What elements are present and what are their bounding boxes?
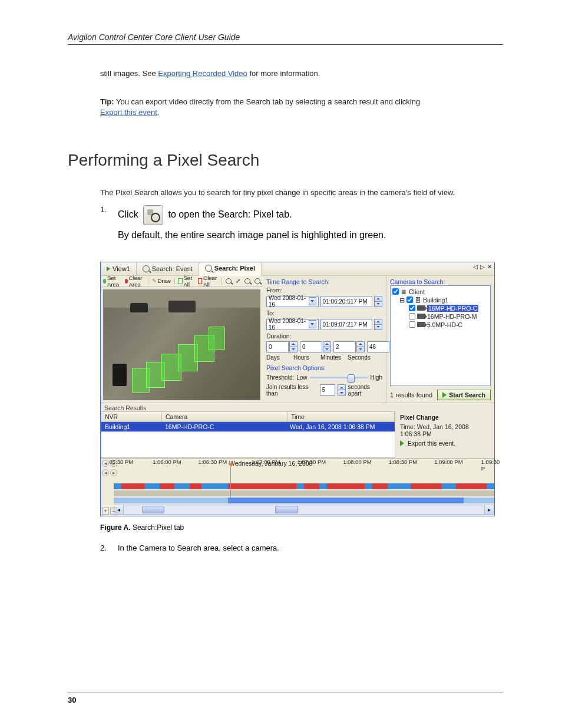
to-time-spinner[interactable] (374, 319, 382, 330)
magnifier-icon (143, 265, 150, 272)
tabnav-left[interactable]: ◁ (473, 263, 478, 270)
timeline-playhead[interactable] (230, 467, 231, 504)
minutes-spinner[interactable] (356, 341, 365, 353)
tabnav-right[interactable]: ▷ (480, 263, 485, 270)
caption-rest: Search:Pixel tab (131, 523, 184, 532)
threshold-high: High (370, 374, 382, 381)
magnifier-icon (226, 278, 232, 284)
tool-zoom-in[interactable] (243, 278, 252, 284)
col-time[interactable]: Time (287, 412, 395, 421)
camera-preview[interactable] (103, 289, 260, 400)
hours-input[interactable]: 0 (300, 341, 322, 353)
magnifier-icon (205, 265, 212, 272)
play-icon (107, 266, 110, 271)
join-suffix: seconds apart (348, 384, 382, 397)
tool-zoom-fit[interactable]: ⤢ (234, 278, 242, 284)
tab-search-event[interactable]: Search: Event (137, 262, 199, 275)
tick-label: 1:06:30 PM (199, 459, 227, 465)
tree-building[interactable]: Building1 (423, 297, 448, 304)
step1-number: 1. (100, 205, 118, 214)
tool-zoom-out[interactable] (253, 278, 262, 284)
tl-btn[interactable]: ◂ (102, 469, 109, 476)
join-value-input[interactable]: 5 (320, 384, 336, 396)
link-export-this-event[interactable]: Export this event (100, 108, 157, 117)
tip-suffix: . (157, 108, 160, 117)
slider-thumb[interactable] (348, 374, 355, 383)
start-search-label: Start Search (449, 391, 485, 398)
days-input[interactable]: 0 (266, 341, 289, 353)
tool-clear-area[interactable]: Clear Area (124, 275, 146, 288)
tab-search-event-label: Search: Event (152, 265, 193, 272)
minutes-input[interactable]: 2 (333, 341, 356, 353)
col-nvr[interactable]: NVR (101, 412, 162, 421)
tick-label: 05:30 PM (110, 459, 134, 465)
car-icon (113, 364, 127, 386)
step1-content: Click to open the Search: Pixel tab. By … (118, 205, 386, 241)
detail-time: Time: Wed, Jan 16, 2008 1:06:38 PM (400, 423, 490, 437)
cb-client[interactable] (392, 288, 399, 295)
table-row[interactable]: Building1 16MP-HD-PRO-C Wed, Jan 16, 200… (101, 422, 395, 431)
tree-cam1[interactable]: 16MP-HD-PRO-C (427, 305, 478, 312)
tabnav-close[interactable]: ✕ (487, 263, 492, 270)
set-area-label: Set Area (107, 275, 121, 288)
scroll-thumb-2[interactable] (275, 506, 298, 513)
minutes-l: Minutes (320, 354, 345, 361)
start-search-button[interactable]: Start Search (437, 390, 491, 400)
from-date-input[interactable]: Wed 2008-01-16 (266, 296, 319, 307)
cb-cam2[interactable] (409, 313, 415, 319)
step1-a: Click (118, 209, 141, 219)
chevron-down-icon[interactable] (309, 320, 316, 328)
days-spinner[interactable] (289, 341, 297, 353)
timeline-scrollbar[interactable]: ◂ ▸ (114, 505, 494, 515)
tool-set-all[interactable]: Set All (177, 275, 194, 288)
threshold-slider[interactable] (310, 377, 368, 378)
tl-btn[interactable]: ◂ (102, 460, 109, 467)
cameras-panel: Cameras to Search: 🖥Client ⊟🗄Building1 1… (386, 276, 494, 403)
scroll-right-button[interactable]: ▸ (484, 505, 494, 514)
export-event-link[interactable]: Export this event. (400, 440, 490, 447)
car-icon (168, 301, 196, 312)
tab-view1[interactable]: View1 (101, 262, 137, 275)
tick-label: 1:06:00 PM (153, 459, 181, 465)
tool-set-area[interactable]: Set Area (102, 275, 122, 288)
from-time-spinner[interactable] (374, 296, 382, 307)
magnifier-minus-icon (254, 278, 260, 284)
col-camera[interactable]: Camera (162, 412, 287, 421)
timeline-track-motion[interactable] (114, 483, 494, 489)
tl-zoom-out[interactable]: − (110, 508, 117, 515)
from-time-input[interactable]: 01:06:20:517 PM (320, 296, 373, 307)
tab-search-pixel[interactable]: Search: Pixel (199, 262, 262, 276)
tool-zoom-1[interactable] (224, 278, 233, 284)
to-time-input[interactable]: 01:09:07:217 PM (320, 319, 373, 330)
seconds-l: Seconds (348, 354, 372, 361)
cb-building[interactable] (406, 297, 413, 303)
tool-draw[interactable]: ✎Draw (151, 278, 172, 284)
car-icon (130, 303, 148, 312)
cb-cam3[interactable] (409, 321, 415, 328)
timeline: ◂▸ ◂▸ Wednesday, January 16, 2008 05:30 … (101, 458, 494, 516)
tick-label: 1:09:00 PM (434, 459, 463, 465)
camera-tree[interactable]: 🖥Client ⊟🗄Building1 16MP-HD-PRO-C 16MP-H… (390, 285, 491, 386)
scroll-thumb-1[interactable] (142, 506, 165, 513)
to-date-input[interactable]: Wed 2008-01-16 (266, 319, 319, 330)
timeline-track-2[interactable] (114, 490, 494, 496)
draw-label: Draw (158, 278, 171, 284)
tree-cam2[interactable]: 16MP-HD-PRO-M (427, 313, 477, 320)
cb-cam1[interactable] (409, 305, 415, 311)
camera-icon (417, 314, 425, 319)
tool-clear-all[interactable]: Clear All (197, 275, 220, 288)
tab-search-pixel-label: Search: Pixel (214, 265, 255, 272)
hours-spinner[interactable] (323, 341, 331, 353)
timeline-track-selection[interactable] (114, 498, 494, 503)
export-label: Export this event. (408, 440, 455, 447)
tabstrip: View1 Search: Event Search: Pixel ◁ ▷ ✕ (101, 262, 494, 276)
tl-zoom-in[interactable]: + (102, 508, 109, 515)
join-spinner[interactable] (338, 384, 345, 396)
link-exporting-video[interactable]: Exporting Recorded Video (158, 69, 247, 78)
from-label: From: (266, 286, 382, 294)
timeline-ruler[interactable]: 05:30 PM 1:06:00 PM 1:06:30 PM 1:07:00 P… (114, 459, 494, 483)
tree-client[interactable]: Client (409, 288, 425, 295)
chevron-down-icon[interactable] (309, 297, 316, 305)
tree-cam3[interactable]: 5.0MP-HD-C (427, 321, 462, 328)
tree-expander[interactable]: ⊟ (399, 297, 405, 304)
